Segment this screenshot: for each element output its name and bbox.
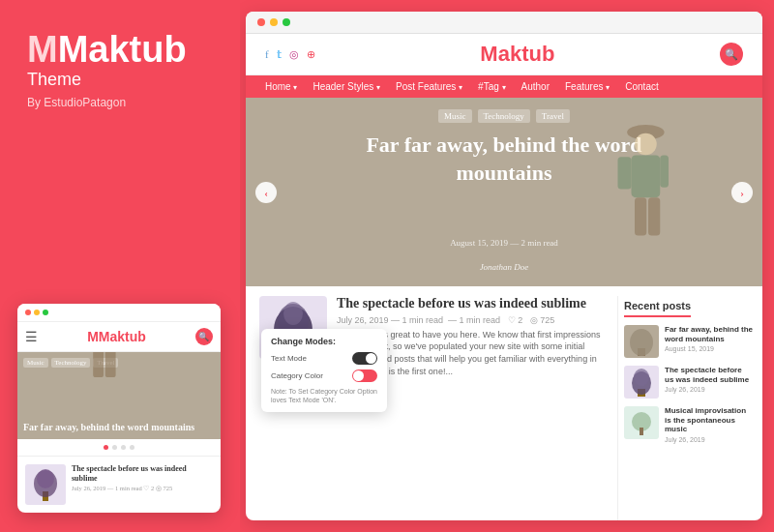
brand-by: By EstudioPatagon (27, 96, 213, 109)
mobile-tag-music: Music (23, 358, 48, 368)
mobile-search-button[interactable]: 🔍 (195, 328, 213, 345)
nav-tag[interactable]: #Tag ▾ (478, 81, 505, 92)
logo-m-accent: M (480, 42, 497, 66)
change-modes-popup: Change Modes: Text Mode Category Color N… (261, 329, 387, 412)
svg-rect-12 (632, 155, 661, 197)
svg-point-25 (634, 369, 649, 386)
mobile-article-thumbnail (25, 464, 66, 505)
mobile-dot-red (25, 310, 31, 315)
brand-subtitle: Theme (27, 70, 213, 90)
toggle-knob-2 (353, 370, 364, 381)
mobile-hero-illustration (46, 352, 143, 439)
mobile-article-meta: July 26, 2019 — 1 min read ♡ 2 ◎ 725 (72, 485, 213, 492)
twitter-link[interactable]: 𝕥 (277, 48, 282, 61)
article-comments: 2 (518, 315, 522, 325)
hero-slider: Music Technology Travel Far far away, be… (246, 98, 762, 286)
category-color-toggle[interactable] (352, 369, 377, 382)
sidebar-post-3: Musical improvisation is the spontaneous… (624, 406, 753, 443)
sidebar-post-1-title: Far far away, behind the word mountains (665, 325, 753, 343)
hero-author-name: Jonathan Doe (480, 262, 529, 272)
svg-point-9 (37, 469, 54, 488)
sidebar-title: Recent posts (624, 300, 691, 317)
mobile-header: ☰ MMaktub 🔍 (17, 322, 221, 352)
social-links: f 𝕥 ◎ ⊕ (265, 48, 315, 61)
rss-link[interactable]: ⊕ (307, 48, 315, 61)
mobile-slide-dots (17, 439, 221, 456)
hamburger-icon[interactable]: ☰ (25, 329, 38, 345)
hero-date: August 15, 2019 — 2 min read (450, 238, 558, 248)
sidebar-thumb-1-img (624, 325, 659, 358)
svg-rect-16 (648, 197, 660, 235)
mobile-hero-image: Music Technology Travel Far far away, be… (17, 352, 221, 439)
mobile-dot-2[interactable] (112, 445, 117, 450)
mobile-dot-green (43, 310, 48, 315)
nav-home[interactable]: Home ▾ (265, 81, 297, 92)
nav-post-features[interactable]: Post Features ▾ (396, 81, 462, 92)
browser-dot-yellow (270, 18, 278, 26)
popup-row-catcolor: Category Color (271, 369, 377, 382)
brand-title: MMaktub (27, 31, 213, 68)
popup-text-mode-label: Text Mode (271, 354, 307, 363)
sidebar-post-2-title: The spectacle before us was indeed subli… (665, 366, 753, 384)
nav-contact[interactable]: Contact (625, 81, 658, 92)
site-navigation: Home ▾ Header Styles ▾ Post Features ▾ #… (246, 75, 762, 98)
mobile-logo-accent: M (87, 329, 99, 344)
sidebar-thumb-2 (624, 366, 659, 399)
right-panel: f 𝕥 ◎ ⊕ Maktub 🔍 Home ▾ Header Styles ▾ … (240, 0, 774, 532)
svg-rect-13 (618, 157, 632, 189)
nav-features[interactable]: Features ▾ (565, 81, 610, 92)
svg-point-22 (630, 329, 653, 356)
svg-point-20 (283, 302, 303, 325)
mobile-article-card: The spectacle before us was indeed subli… (17, 456, 221, 513)
mobile-mockup: ☰ MMaktub 🔍 Music Technology Travel Far … (17, 304, 221, 513)
nav-header-styles[interactable]: Header Styles ▾ (313, 81, 380, 92)
sidebar-post-2-info: The spectacle before us was indeed subli… (665, 366, 753, 399)
mobile-article-title: The spectacle before us was indeed subli… (72, 464, 213, 483)
main-content: Music Technology Travel Far far away, be… (246, 98, 762, 520)
left-panel: MMaktub Theme By EstudioPatagon ☰ MMaktu… (0, 0, 240, 532)
browser-dot-green (283, 18, 290, 26)
hero-tags: Music Technology Travel (438, 109, 570, 123)
popup-row-textmode: Text Mode (271, 352, 377, 365)
hero-tag-technology[interactable]: Technology (477, 109, 529, 123)
hero-section: Music Technology Travel Far far away, be… (246, 98, 762, 520)
sidebar-post-2: The spectacle before us was indeed subli… (624, 366, 753, 399)
hero-next-button[interactable]: › (731, 182, 753, 203)
svg-point-11 (635, 133, 657, 156)
article-meta: July 26, 2019 — 1 min read — 1 min read … (337, 315, 604, 325)
mobile-site-logo: MMaktub (87, 329, 146, 344)
svg-rect-5 (93, 352, 104, 377)
sidebar-thumb-2-img (624, 366, 659, 399)
browser-window: f 𝕥 ◎ ⊕ Maktub 🔍 Home ▾ Header Styles ▾ … (246, 12, 762, 520)
sidebar-post-2-date: July 26, 2019 (665, 386, 753, 393)
hero-tag-travel[interactable]: Travel (536, 109, 570, 123)
hero-prev-button[interactable]: ‹ (255, 182, 277, 203)
text-mode-toggle[interactable] (352, 352, 377, 365)
mobile-dot-4[interactable] (130, 445, 134, 450)
hero-author: Jonathan Doe (480, 262, 529, 272)
nav-author[interactable]: Author (521, 81, 550, 92)
popup-title: Change Modes: (271, 337, 377, 346)
hero-illustration (598, 117, 685, 286)
svg-rect-14 (660, 155, 669, 187)
article-views: 725 (540, 315, 554, 325)
instagram-link[interactable]: ◎ (289, 48, 299, 61)
facebook-link[interactable]: f (265, 48, 269, 60)
search-button[interactable]: 🔍 (720, 43, 743, 66)
sidebar-post-1-info: Far far away, behind the word mountains … (665, 325, 753, 358)
article-title: The spectacle before us was indeed subli… (337, 296, 604, 312)
sidebar-post-3-date: July 26, 2019 (665, 436, 753, 443)
sidebar-thumb-3-img (624, 406, 659, 439)
sidebar-post-3-title: Musical improvisation is the spontaneous… (665, 406, 753, 434)
site-header: f 𝕥 ◎ ⊕ Maktub 🔍 (246, 34, 762, 75)
sidebar-thumb-3 (624, 406, 659, 439)
toggle-knob (366, 353, 376, 364)
site-logo: Maktub (480, 42, 554, 67)
mobile-dot-3[interactable] (121, 445, 126, 450)
sidebar-thumb-1 (624, 325, 659, 358)
mobile-chrome-bar (17, 304, 221, 322)
hero-tag-music[interactable]: Music (438, 109, 472, 123)
sidebar-post-1: Far far away, behind the word mountains … (624, 325, 753, 358)
mobile-dot-1[interactable] (104, 445, 108, 450)
svg-rect-6 (105, 352, 116, 377)
